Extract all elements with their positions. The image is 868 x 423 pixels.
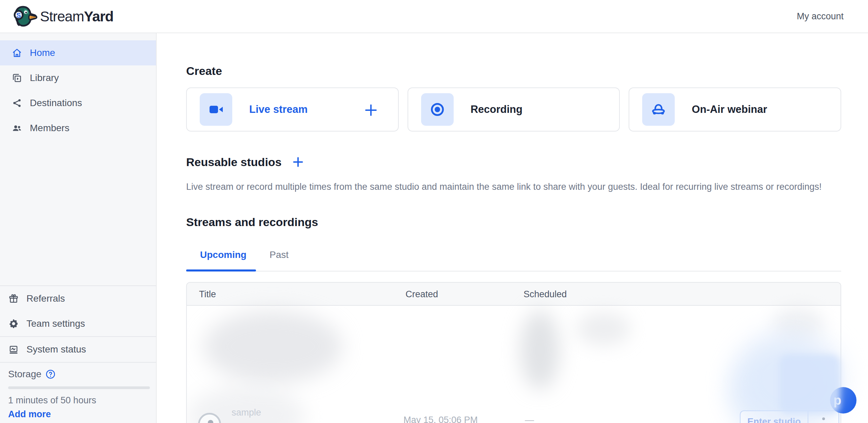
stream-scheduled-date: —	[525, 415, 534, 423]
tabs-divider	[186, 271, 841, 271]
reusable-studios-description: Live stream or record multiple times fro…	[186, 182, 822, 192]
streamyard-logo[interactable]: S StreamYard	[13, 5, 113, 28]
column-header-created: Created	[406, 283, 438, 306]
on-air-webinar-card[interactable]: On-Air webinar	[629, 87, 841, 132]
streamyard-home-page: S StreamYard My account Home	[0, 0, 868, 423]
storage-label: Storage	[8, 369, 41, 380]
sidebar-item-label: Home	[30, 47, 55, 58]
sidebar-item-label: Destinations	[30, 98, 82, 108]
storage-usage-text: 1 minutes of 50 hours	[8, 395, 149, 406]
create-cards-row: Live stream Recording	[186, 87, 841, 132]
top-header: S StreamYard My account	[0, 0, 868, 33]
active-tab-indicator	[186, 269, 256, 271]
library-icon	[12, 73, 22, 83]
plus-icon[interactable]	[363, 102, 379, 118]
column-header-title: Title	[199, 283, 216, 306]
main-content: Create Live stream	[157, 33, 868, 423]
svg-text:S: S	[16, 12, 21, 19]
my-account-menu[interactable]: My account	[797, 11, 844, 22]
add-more-link[interactable]: Add more	[8, 409, 149, 420]
tab-past[interactable]: Past	[270, 249, 289, 260]
help-circle-icon[interactable]	[45, 369, 56, 379]
brand-wordmark: StreamYard	[40, 8, 113, 25]
recording-label: Recording	[471, 103, 522, 116]
video-camera-icon	[200, 93, 232, 126]
status-monitor-icon	[8, 344, 19, 355]
on-air-webinar-label: On-Air webinar	[692, 103, 767, 116]
streams-section-title: Streams and recordings	[186, 216, 318, 229]
blurred-popover	[779, 355, 840, 414]
live-stream-label: Live stream	[249, 103, 308, 116]
table-header-row: Title Created Scheduled	[187, 283, 841, 306]
recording-card[interactable]: Recording	[408, 87, 620, 132]
sidebar: Home Library	[0, 33, 157, 423]
sidebar-primary-nav: Home Library	[0, 40, 156, 141]
create-section-title: Create	[186, 64, 222, 78]
gift-icon	[8, 293, 19, 304]
share-icon	[12, 98, 22, 108]
column-header-scheduled: Scheduled	[524, 283, 567, 306]
sidebar-secondary-nav: Referrals Team settings	[0, 285, 156, 363]
sidebar-item-label: System status	[26, 344, 86, 355]
sidebar-item-destinations[interactable]: Destinations	[0, 90, 156, 116]
stream-title: sample	[232, 407, 261, 418]
sidebar-item-team-settings[interactable]: Team settings	[0, 311, 156, 336]
sidebar-item-library[interactable]: Library	[0, 65, 156, 90]
add-reusable-studio-button[interactable]	[291, 155, 305, 169]
sidebar-item-referrals[interactable]: Referrals	[0, 286, 156, 311]
live-stream-card[interactable]: Live stream	[186, 87, 399, 132]
sidebar-item-members[interactable]: Members	[0, 116, 156, 141]
storage-progress-bar	[8, 386, 150, 389]
storage-section: Storage 1 minutes of 50 hours Add more	[0, 361, 156, 420]
sidebar-item-home[interactable]: Home	[0, 40, 156, 65]
sidebar-item-label: Team settings	[26, 318, 85, 329]
reusable-studios-header: Reusable studios	[186, 155, 305, 169]
duck-mascot-icon: S	[13, 5, 37, 28]
blurred-content	[203, 310, 342, 383]
tab-upcoming[interactable]: Upcoming	[200, 249, 246, 260]
record-icon	[421, 93, 454, 126]
sidebar-item-label: Referrals	[26, 293, 65, 304]
blurred-content	[576, 312, 631, 346]
stream-created-date: May 15, 05:06 PM	[403, 415, 478, 423]
sidebar-item-label: Library	[30, 73, 59, 83]
reusable-studios-title: Reusable studios	[186, 156, 282, 169]
people-icon	[12, 123, 22, 134]
sidebar-item-label: Members	[30, 123, 70, 134]
blurred-content	[520, 310, 559, 390]
home-icon	[12, 47, 22, 58]
gear-icon	[8, 318, 19, 329]
ufo-icon	[642, 93, 675, 126]
sidebar-item-system-status[interactable]: System status	[0, 337, 156, 362]
